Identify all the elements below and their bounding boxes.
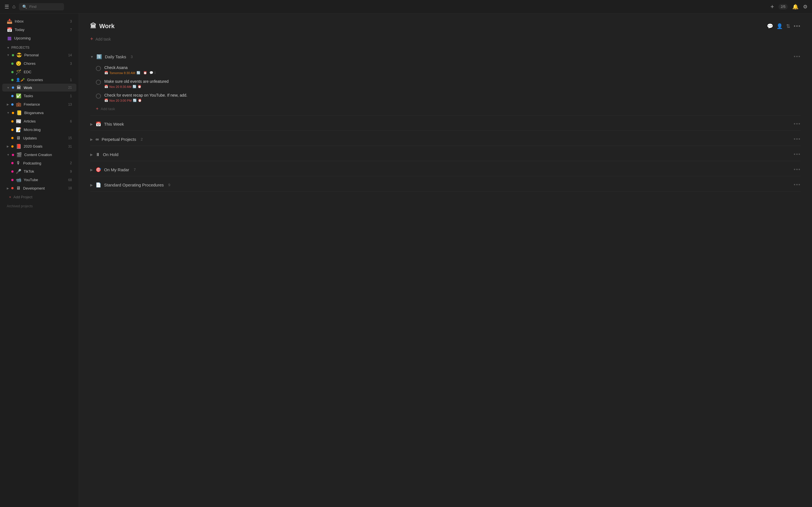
sidebar-item-tasks[interactable]: ✅ Tasks 1	[2, 92, 77, 100]
daily-tasks-icon: 1️⃣	[96, 54, 102, 59]
on-hold-more-button[interactable]: •••	[794, 152, 801, 158]
settings-button[interactable]: ⚙	[803, 4, 808, 10]
sidebar-item-development[interactable]: ▶ 🖥 Development 18	[2, 184, 77, 192]
section-daily-tasks-header[interactable]: ▼ 1️⃣ Daily Tasks 3 •••	[90, 50, 801, 63]
sidebar-item-microblog[interactable]: 📝 Micro.blog	[2, 126, 77, 134]
today-count: 7	[70, 28, 72, 32]
search-input[interactable]	[29, 4, 57, 9]
section-sop-header[interactable]: ▶ 📄 Standard Operating Procedures 9 •••	[90, 179, 801, 191]
gear-icon: ⚙	[803, 4, 808, 10]
sidebar-item-work[interactable]: ▼ 🏛 Work 21	[2, 83, 77, 92]
microblog-icon: 📝	[16, 127, 21, 132]
share-button[interactable]: 👤	[776, 23, 783, 29]
work-chevron: ▼	[7, 86, 10, 89]
sidebar-item-edc[interactable]: 🪄 EDC	[2, 68, 77, 76]
reminder-icon-3: ⏰	[138, 99, 142, 102]
on-my-radar-count: 7	[134, 168, 136, 172]
sidebar-item-updates[interactable]: 🖥 Updates 15	[2, 134, 77, 142]
sidebar-item-articles[interactable]: 📰 Articles 6	[2, 117, 77, 125]
sidebar-item-inbox[interactable]: 📥 Inbox 3	[2, 17, 77, 25]
groceries-count: 1	[70, 78, 72, 82]
perpetual-label: Perpetual Projects	[101, 137, 136, 142]
sop-more-button[interactable]: •••	[794, 182, 801, 188]
youtube-dot	[11, 179, 13, 181]
on-my-radar-more-icon: •••	[794, 167, 801, 172]
task-content-2: Make sure old events are unfeatured 📅 No…	[104, 79, 801, 89]
section-daily-tasks: ▼ 1️⃣ Daily Tasks 3 ••• Check Asana 📅 To…	[90, 50, 801, 115]
freelance-chevron: ▶	[7, 103, 9, 106]
add-task-button[interactable]: + Add task	[90, 34, 801, 44]
daily-tasks-label: Daily Tasks	[105, 54, 126, 59]
theme-badge[interactable]: 2/5	[778, 4, 788, 10]
section-perpetual-header[interactable]: ▶ ∞ Perpetual Projects 2 •••	[90, 133, 801, 146]
archived-label: Archived projects	[7, 204, 33, 208]
bloganueva-chevron: ▼	[7, 111, 10, 114]
tiktok-icon: 🎤	[16, 169, 21, 174]
sop-more-icon: •••	[794, 182, 801, 187]
archived-section[interactable]: Archived projects	[0, 202, 79, 210]
menu-button[interactable]: ☰	[4, 4, 9, 10]
sidebar-item-today[interactable]: 📅 Today 7	[2, 25, 77, 34]
bloganueva-dot	[12, 112, 14, 114]
home-button[interactable]: ⌂	[12, 4, 15, 10]
perpetual-more-icon: •••	[794, 136, 801, 142]
task-checkbox-2[interactable]	[96, 80, 101, 85]
section-on-hold-header[interactable]: ▶ ⏸ On Hold •••	[90, 148, 801, 161]
sidebar-item-personal[interactable]: ▼ 😎 Personal 14	[2, 51, 77, 59]
sidebar-item-chores[interactable]: 😟 Chores 3	[2, 59, 77, 68]
on-hold-icon: ⏸	[96, 152, 100, 157]
add-task-inline-daily[interactable]: + Add task	[90, 105, 801, 113]
section-on-my-radar-header[interactable]: ▶ 🎯 On My Radar 7 •••	[90, 163, 801, 176]
bell-icon: 🔔	[792, 4, 799, 10]
sidebar-item-podcasting[interactable]: 🎙 Podcasting 2	[2, 159, 77, 167]
perpetual-more-button[interactable]: •••	[794, 136, 801, 142]
sidebar-item-tiktok[interactable]: 🎤 TikTok 9	[2, 167, 77, 175]
task-checkbox-3[interactable]	[96, 94, 101, 99]
this-week-icon: 📅	[96, 121, 101, 127]
edc-label: EDC	[24, 70, 31, 74]
add-task-inline-plus: +	[96, 106, 98, 111]
sort-button[interactable]: ⇅	[786, 23, 790, 29]
task-meta-2: 📅 Nov 20 8:30 AM 🔄 ⏰	[104, 85, 801, 89]
section-this-week-header[interactable]: ▶ 📅 This Week •••	[90, 118, 801, 130]
sidebar-item-groceries[interactable]: 👤🥕 Groceries 1	[2, 76, 77, 83]
comment-count-1: 💬 1	[149, 71, 156, 75]
projects-section-header[interactable]: ▼ Projects	[2, 43, 77, 51]
task-meta-1: 📅 Tomorrow 8:30 AM 🔄 ⏰ 💬 1	[104, 71, 801, 75]
notifications-button[interactable]: 🔔	[792, 4, 799, 10]
home-icon: ⌂	[12, 4, 15, 10]
updates-label: Updates	[23, 136, 37, 140]
daily-tasks-more-button[interactable]: •••	[794, 54, 801, 60]
section-on-hold-left: ▶ ⏸ On Hold	[90, 152, 118, 157]
sidebar-item-youtube[interactable]: 📹 YouTube 68	[2, 176, 77, 184]
freelance-count: 13	[68, 103, 72, 107]
sidebar-item-content-creation[interactable]: ▼ 🎬 Content Creation	[2, 151, 77, 159]
search-bar[interactable]: 🔍	[19, 3, 64, 10]
dev-icon: 🖥	[16, 186, 21, 191]
sidebar-item-freelance[interactable]: ▶ 💼 Freelance 13	[2, 100, 77, 108]
articles-dot	[11, 120, 13, 122]
add-project-label: Add Project	[13, 195, 33, 199]
sidebar-item-upcoming[interactable]: ▦ Upcoming	[2, 34, 77, 42]
this-week-more-icon: •••	[794, 121, 801, 127]
tasks-label: Tasks	[24, 94, 33, 98]
tiktok-count: 9	[70, 170, 72, 173]
add-button[interactable]: +	[770, 3, 774, 10]
daily-tasks-chevron: ▼	[90, 55, 94, 59]
groceries-icon: 👤🥕	[16, 78, 25, 82]
add-project-button[interactable]: + Add Project	[2, 193, 77, 201]
sidebar-item-2020goals[interactable]: ▶ 📕 2020 Goals 31	[2, 142, 77, 151]
projects-label: Projects	[11, 46, 30, 50]
section-sop: ▶ 📄 Standard Operating Procedures 9 •••	[90, 179, 801, 191]
task-checkbox-1[interactable]	[96, 66, 101, 71]
sidebar-item-bloganueva[interactable]: ▼ 📒 Bloganueva	[2, 109, 77, 117]
task-item-youtube-recap: Check for event recap on YouTube. If new…	[90, 91, 801, 105]
more-options-button[interactable]: •••	[794, 23, 801, 29]
goals-icon: 📕	[16, 144, 21, 149]
comment-button[interactable]: 💬	[767, 23, 773, 29]
sop-icon: 📄	[96, 182, 101, 187]
this-week-more-button[interactable]: •••	[794, 121, 801, 127]
on-my-radar-more-button[interactable]: •••	[794, 167, 801, 173]
work-dot	[12, 87, 14, 89]
more-icon: •••	[794, 23, 801, 29]
